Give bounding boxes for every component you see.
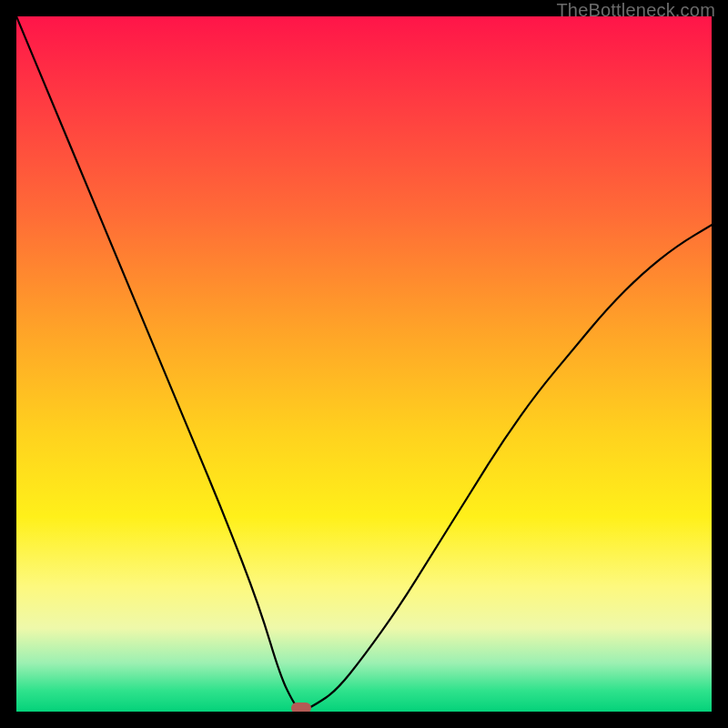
- chart-frame: TheBottleneck.com: [0, 0, 728, 728]
- minimum-marker: [291, 703, 311, 712]
- bottleneck-curve: [16, 16, 712, 712]
- plot-area: [16, 16, 712, 712]
- watermark-text: TheBottleneck.com: [556, 0, 715, 21]
